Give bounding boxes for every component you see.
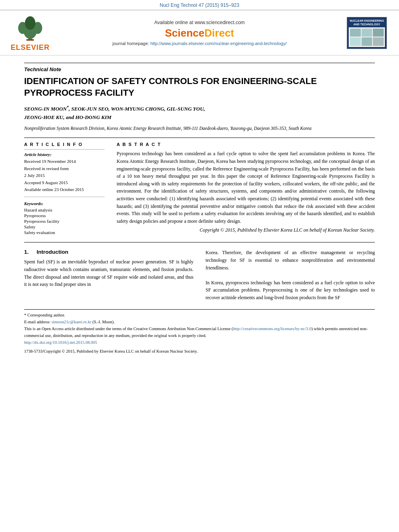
- abstract-title: A B S T R A C T: [117, 142, 375, 147]
- article-info-column: A R T I C L E I N F O Article history: R…: [24, 142, 105, 236]
- affiliation: Nonproliferation System Research Divisio…: [24, 125, 375, 132]
- journal-thumb-title: NUCLEAR ENGINEERING AND TECHNOLOGY: [349, 19, 385, 26]
- email-name: (S.-I. Moon).: [93, 320, 115, 324]
- section-1-col1-text: Spent fuel (SF) is an inevitable byprodu…: [24, 258, 193, 288]
- keyword-1: Hazard analysis: [24, 207, 105, 212]
- article-info-abstract: A R T I C L E I N F O Article history: R…: [24, 142, 375, 236]
- top-banner: ELSEVIER Available online at www.science…: [0, 10, 399, 55]
- direct-part: Direct: [204, 27, 234, 39]
- thumb-cell-4: [350, 37, 361, 45]
- center-banner-info: Available online at www.sciencedirect.co…: [52, 20, 347, 46]
- sciencedirect-logo: ScienceDirect: [60, 27, 339, 39]
- info-divider: [24, 149, 105, 150]
- paper-title: IDENTIFICATION OF SAFETY CONTROLS FOR EN…: [24, 76, 375, 99]
- svg-rect-5: [27, 39, 34, 41]
- body-columns: 1. Introduction Spent fuel (SF) is an in…: [24, 249, 375, 301]
- keywords-divider: [24, 197, 105, 197]
- body-col-right: Korea. Therefore, the development of an …: [206, 249, 375, 301]
- keyword-3: Pyroprocess facility: [24, 219, 105, 224]
- email-link[interactable]: simoon21c@kaeri.re.kr: [51, 320, 91, 324]
- open-access-text: This is an Open Access article distribut…: [24, 327, 233, 331]
- section-title: Introduction: [37, 249, 68, 255]
- thumb-cell-2: [362, 29, 372, 37]
- keywords-label: Keywords:: [24, 201, 105, 206]
- history-revised-label: Received in revised form: [24, 166, 105, 172]
- issn-copyright: 1738-5733/Copyright © 2015, Published by…: [24, 348, 375, 355]
- top-divider: [24, 63, 375, 63]
- available-online-text: Available online at www.sciencedirect.co…: [60, 20, 339, 25]
- article-info-title: A R T I C L E I N F O: [24, 142, 105, 147]
- journal-thumbnail: NUCLEAR ENGINEERING AND TECHNOLOGY: [347, 17, 387, 49]
- keyword-5: Safety evaluation: [24, 230, 105, 235]
- open-access-line: This is an Open Access article distribut…: [24, 326, 375, 339]
- elsevier-tree-icon: [14, 14, 46, 42]
- article-type: Technical Note: [24, 66, 375, 72]
- journal-thumb-image: [349, 27, 385, 47]
- affiliation-divider: [24, 138, 375, 138]
- cc-link[interactable]: http://creativecommons.org/licenses/by-n…: [233, 327, 311, 331]
- thumb-cell-5: [362, 37, 372, 45]
- email-label: E-mail address:: [24, 320, 51, 324]
- main-content: Technical Note IDENTIFICATION OF SAFETY …: [0, 55, 399, 359]
- email-line: E-mail address: simoon21c@kaeri.re.kr (S…: [24, 319, 375, 326]
- section-1-col2-text: Korea. Therefore, the development of an …: [206, 249, 375, 301]
- keyword-2: Pyroprocess: [24, 213, 105, 218]
- journal-citation: Nucl Eng Technol 47 (2015) 915–923: [0, 0, 399, 10]
- footnotes: * Corresponding author. E-mail address: …: [24, 309, 375, 355]
- history-label: Article history:: [24, 152, 105, 157]
- history-online: Available online 23 October 2015: [24, 187, 105, 193]
- body-col-left: 1. Introduction Spent fuel (SF) is an in…: [24, 249, 193, 301]
- authors: SEONG-IN MOON*, SEOK-JUN SEO, WON-MYUNG …: [24, 104, 375, 122]
- doi-line: http://dx.doi.org/10.1016/j.net.2015.08.…: [24, 339, 375, 346]
- elsevier-label: ELSEVIER: [10, 43, 49, 52]
- keyword-4: Safety: [24, 224, 105, 229]
- thumb-cell-3: [373, 29, 384, 37]
- elsevier-logo: ELSEVIER: [8, 14, 52, 52]
- copyright-text: Copyright © 2015, Published by Elsevier …: [117, 226, 375, 234]
- history-received: Received 19 November 2014: [24, 158, 105, 164]
- abstract-column: A B S T R A C T Pyroprocess technology h…: [117, 142, 375, 236]
- doi-link[interactable]: http://dx.doi.org/10.1016/j.net.2015.08.…: [24, 340, 97, 345]
- corresponding-author: * Corresponding author.: [24, 312, 375, 319]
- journal-homepage: journal homepage: http://www.journals.el…: [60, 41, 339, 46]
- science-part: Science: [165, 27, 204, 39]
- history-revised-date: 2 July 2015: [24, 173, 105, 179]
- thumb-cell-1: [350, 29, 361, 37]
- svg-point-4: [25, 16, 35, 30]
- journal-url-link[interactable]: http://www.journals.elsevier.com/nuclear…: [150, 41, 287, 46]
- section-number: 1.: [24, 249, 29, 255]
- history-accepted: Accepted 9 August 2015: [24, 180, 105, 186]
- journal-homepage-label: journal homepage:: [113, 41, 149, 46]
- section-divider: [24, 242, 375, 242]
- abstract-text: Pyroprocess technology has been consider…: [117, 150, 375, 225]
- section-1-heading: 1. Introduction: [24, 249, 193, 255]
- thumb-cell-6: [373, 37, 384, 45]
